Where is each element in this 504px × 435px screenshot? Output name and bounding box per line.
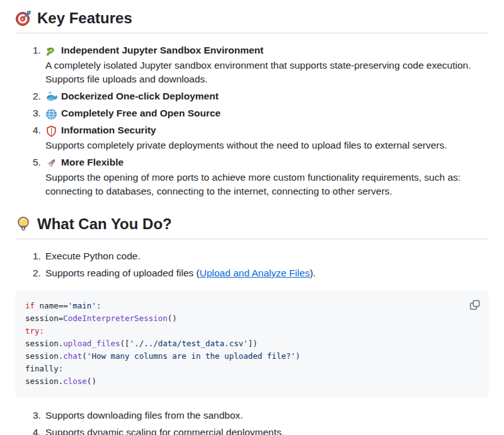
code-token: () [87, 376, 96, 386]
section-title: What Can You Do? [37, 215, 172, 234]
code-token: if [25, 301, 35, 310]
code-token: ([ [120, 339, 130, 348]
code-token: 'main' [68, 301, 96, 310]
what-can-you-do-list-bottom: 3. Supports downloading files from the s… [15, 409, 489, 435]
list-number: 2. [33, 266, 45, 280]
section-heading-key-features: Key Features [15, 9, 489, 33]
code-token: 'How many columns are in the uploaded fi… [87, 351, 295, 361]
code-token: name== [35, 301, 68, 310]
code-token: session= [25, 314, 63, 323]
snake-icon [45, 45, 57, 57]
feature-description: A completely isolated Jupyter sandbox en… [45, 59, 489, 86]
lightbulb-icon [15, 216, 32, 232]
feature-description: Supports completely private deployments … [45, 138, 489, 152]
list-number: 4. [33, 426, 45, 435]
code-token: session. [25, 376, 63, 386]
shield-icon [45, 125, 57, 137]
code-token: upload_files [63, 339, 120, 348]
list-item: 4. Supports dynamic scaling for commerci… [15, 426, 489, 435]
globe-icon [45, 108, 57, 120]
feature-title: Completely Free and Open Source [61, 106, 220, 120]
code-token: './../data/test_data.csv' [130, 339, 248, 348]
upload-and-analyze-files-link[interactable]: Upload and Analyze Files [200, 268, 310, 278]
list-number: 3. [33, 409, 45, 422]
list-number: 4. [33, 123, 45, 137]
whale-icon [45, 91, 57, 103]
list-item: 5. More Fl [15, 155, 489, 198]
list-text: Supports downloading files from the sand… [45, 410, 243, 421]
section-heading-what-can-you-do: What Can You Do? [15, 215, 489, 239]
list-number: 5. [33, 155, 45, 169]
list-number: 2. [33, 89, 45, 103]
list-item: 3. Completely Free and Open Source [15, 106, 489, 120]
code-token: close [63, 376, 87, 386]
list-item: 1. Independent Jupyter Sandbox Environme… [15, 43, 489, 86]
code-token: try: [25, 326, 44, 336]
list-text: Execute Python code. [45, 251, 140, 261]
code-token: ) [295, 351, 301, 361]
list-number: 3. [33, 106, 45, 120]
code-token: finally: [25, 364, 63, 373]
list-item: 1. Execute Python code. [15, 249, 489, 263]
what-can-you-do-list-top: 1. Execute Python code. 2. Supports read… [15, 249, 489, 280]
list-text: Supports dynamic scaling for commercial … [45, 427, 284, 435]
rocket-icon [45, 157, 57, 169]
code-token: : [96, 301, 101, 310]
list-number: 1. [33, 43, 45, 57]
feature-title: More Flexible [61, 155, 123, 169]
section-title: Key Features [37, 9, 132, 28]
feature-description: Supports the opening of more ports to ac… [45, 171, 489, 198]
code-token: session. [25, 351, 63, 361]
feature-title: Independent Jupyter Sandbox Environment [61, 43, 263, 57]
list-item: 2. Dockerized One-click Deployment [15, 89, 489, 103]
list-item: 3. Supports downloading files from the s… [15, 409, 489, 422]
copy-code-button[interactable] [466, 296, 483, 314]
code-token: ( [82, 351, 87, 361]
list-text: Supports reading of uploaded files ( [45, 268, 200, 278]
copy-icon [469, 300, 480, 310]
list-item: 2. Supports reading of uploaded files (U… [15, 266, 489, 280]
list-item: 4. Information Security Supports complet… [15, 123, 489, 152]
code-token: session. [25, 339, 63, 348]
feature-title: Dockerized One-click Deployment [61, 89, 219, 103]
code-content: if name=='main': session=CodeInterpreter… [25, 300, 479, 388]
target-icon [15, 10, 32, 26]
list-text: ). [310, 268, 316, 278]
feature-title: Information Security [61, 123, 156, 137]
code-token: chat [63, 351, 82, 361]
key-features-list: 1. Independent Jupyter Sandbox Environme… [15, 43, 489, 198]
code-block: if name=='main': session=CodeInterpreter… [15, 290, 489, 397]
readme-page: Key Features 1. Independent Jupyter Sand… [0, 0, 504, 435]
list-number: 1. [33, 249, 45, 263]
code-token: CodeInterpreterSession [63, 314, 168, 323]
code-token: () [168, 314, 177, 323]
code-token: ]) [248, 339, 258, 348]
